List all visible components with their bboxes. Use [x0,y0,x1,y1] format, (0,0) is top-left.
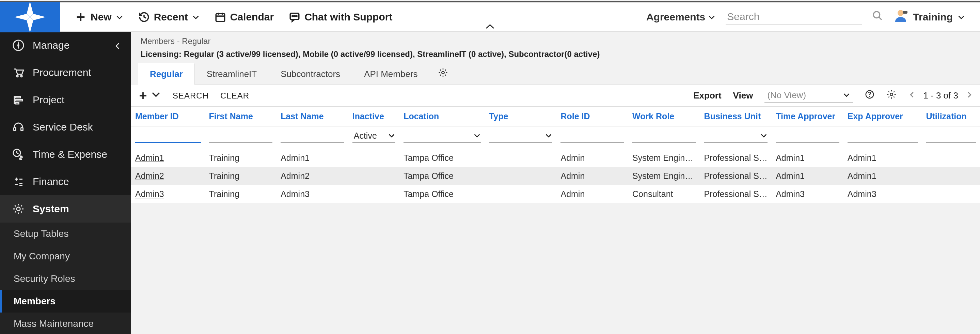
col-last-name[interactable]: Last Name [277,107,348,126]
filter-utilization[interactable] [926,129,976,143]
col-time-approver[interactable]: Time Approver [772,107,843,126]
tab-subcontractors[interactable]: Subcontractors [269,63,352,85]
svg-rect-25 [15,102,19,104]
filter-first-name[interactable] [209,129,273,143]
col-member-id[interactable]: Member ID [131,107,205,126]
view-select[interactable]: (No View) [764,89,853,102]
sub-setup-tables[interactable]: Setup Tables [0,222,131,245]
app-logo[interactable] [0,2,60,32]
cell [348,167,399,185]
new-menu[interactable]: New [75,11,123,23]
tab-settings-button[interactable] [438,67,448,80]
sidebar-label: System [33,203,69,215]
filter-business-unit[interactable] [704,129,768,143]
filter-last-name[interactable] [281,129,344,143]
table-row[interactable]: Admin1 Training Admin1 Tampa Office Admi… [131,149,980,167]
svg-rect-24 [15,99,22,101]
svg-point-20 [17,75,18,77]
sidebar-item-finance[interactable]: Finance [0,168,131,195]
recent-menu[interactable]: Recent [138,11,200,23]
export-button[interactable]: Export [693,90,721,101]
cell: Admin [557,149,628,167]
pager-prev[interactable] [908,90,916,101]
table-row[interactable]: Admin2 Training Admin2 Tampa Office Admi… [131,167,980,185]
member-link[interactable]: Admin2 [135,171,164,181]
recent-label: Recent [154,11,188,23]
search-input[interactable] [725,9,862,25]
filter-member-id[interactable] [135,129,201,143]
sidebar-item-system[interactable]: System [0,195,131,222]
member-link[interactable]: Admin1 [135,153,164,163]
filter-type[interactable] [489,129,553,143]
sidebar-collapse-button[interactable] [113,42,122,53]
svg-point-21 [21,75,22,77]
cell: Admin1 [843,167,922,185]
col-exp-approver[interactable]: Exp Approver [843,107,922,126]
sidebar-item-manage[interactable]: Manage [0,32,131,59]
cell [348,149,399,167]
filter-work-role[interactable] [632,129,696,143]
cell: Admin1 [772,167,843,185]
svg-point-11 [292,15,293,16]
add-member-button[interactable] [138,89,161,102]
cell: Tampa Office [399,185,485,203]
pager: 1 - 3 of 3 [908,90,973,101]
svg-point-40 [869,96,870,97]
col-utilization[interactable]: Utilization [922,107,980,126]
search-icon[interactable] [872,10,883,24]
sub-my-company[interactable]: My Company [0,245,131,267]
calendar-button[interactable]: Calendar [215,11,274,23]
col-location[interactable]: Location [399,107,485,126]
sidebar-label: Project [33,94,64,105]
filter-time-approver[interactable] [776,129,839,143]
col-business-unit[interactable]: Business Unit [700,107,772,126]
table-row[interactable]: Admin3 Training Admin3 Tampa Office Admi… [131,185,980,203]
chat-support-button[interactable]: Chat with Support [289,11,392,23]
svg-marker-3 [14,14,30,20]
calculator-icon [11,175,25,189]
tab-api-members[interactable]: API Members [352,63,430,85]
col-type[interactable]: Type [485,107,557,126]
agreements-menu[interactable]: Agreements [646,11,716,23]
member-link[interactable]: Admin3 [135,189,164,199]
col-first-name[interactable]: First Name [205,107,277,126]
search-button[interactable]: SEARCH [173,91,209,101]
svg-point-35 [17,207,21,211]
sub-members[interactable]: Members [0,290,131,313]
sub-mass-maintenance[interactable]: Mass Maintenance [0,313,131,334]
clear-button[interactable]: CLEAR [220,91,249,101]
cell: Professional Servic... [700,167,772,185]
user-menu[interactable]: Training [893,8,965,26]
svg-rect-23 [15,96,21,98]
col-work-role[interactable]: Work Role [628,107,700,126]
collapse-topbar-button[interactable] [485,21,495,32]
sidebar-label: Service Desk [33,121,93,133]
tab-regular[interactable]: Regular [138,63,195,85]
breadcrumb: Members - Regular [131,32,980,48]
svg-point-14 [873,11,880,18]
sub-security-roles[interactable]: Security Roles [0,267,131,290]
col-inactive[interactable]: Inactive [348,107,399,126]
cell: Professional Servic... [700,149,772,167]
sidebar-item-project[interactable]: Project [0,86,131,113]
cell: Training [205,185,277,203]
grid-settings-icon[interactable] [886,89,897,102]
filter-inactive[interactable]: Active [352,129,395,143]
sidebar-item-procurement[interactable]: Procurement [0,59,131,86]
tab-streamlineit[interactable]: StreamlineIT [195,63,269,85]
sidebar-item-service-desk[interactable]: Service Desk [0,113,131,141]
filter-location[interactable] [404,129,481,143]
plus-icon [75,11,86,23]
headset-icon [11,120,25,134]
grid-toolbar: SEARCH CLEAR Export View (No View) 1 - 3… [131,85,980,107]
cell [922,167,980,185]
help-icon[interactable] [865,89,875,102]
cell: Admin [557,185,628,203]
cell: Admin3 [843,185,922,203]
cell: Consultant [628,185,700,203]
filter-exp-approver[interactable] [848,129,918,143]
filter-role-id[interactable] [560,129,624,143]
col-role-id[interactable]: Role ID [557,107,628,126]
sidebar-item-time-expense[interactable]: Time & Expense [0,141,131,168]
pager-next[interactable] [966,90,973,101]
